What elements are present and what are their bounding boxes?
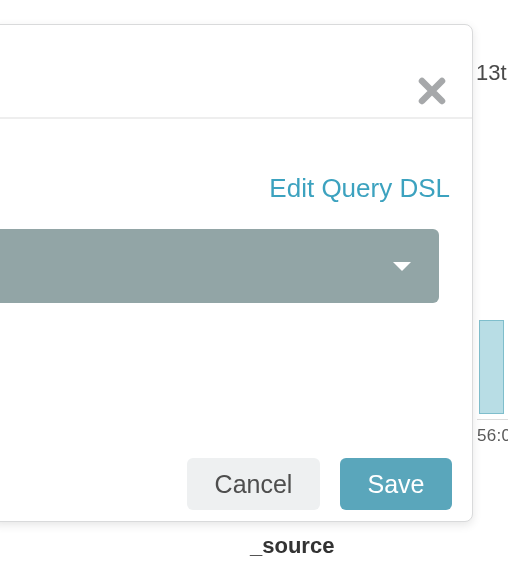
chevron-down-icon <box>393 262 411 271</box>
bg-axis-line <box>477 419 508 420</box>
bg-source-label: _source <box>250 533 334 559</box>
bg-axis-label: 56:0 <box>477 426 508 446</box>
modal-footer: Cancel Save <box>0 447 472 521</box>
save-button[interactable]: Save <box>340 458 452 510</box>
cancel-button[interactable]: Cancel <box>187 458 320 510</box>
bg-chart-bar <box>479 320 504 414</box>
modal-header <box>0 25 472 119</box>
close-button[interactable] <box>414 73 450 109</box>
bg-chart-fragment: 56:0 <box>477 320 508 446</box>
field-select[interactable] <box>0 229 439 303</box>
edit-query-dsl-link[interactable]: Edit Query DSL <box>269 173 450 204</box>
close-icon <box>417 76 447 106</box>
bg-date-fragment: 13th <box>476 60 508 86</box>
filter-modal: Edit Query DSL Cancel Save <box>0 24 473 522</box>
